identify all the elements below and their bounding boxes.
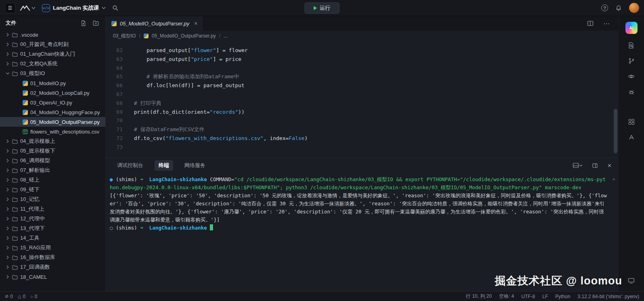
info-count[interactable]: ○0 [30,294,37,299]
line-number[interactable]: 68 [106,99,131,108]
statusbar-item[interactable]: LF [542,294,548,299]
tree-folder-item[interactable]: 13_代理下 [0,224,105,233]
line-number[interactable]: 69 [106,108,131,117]
split-editor-button[interactable] [585,19,595,28]
editor-tab[interactable]: 05_ModelIO_OutputParser.py × [106,16,203,31]
extensions-button[interactable] [627,118,636,126]
tree-folder-item[interactable]: 12_代理中 [0,214,105,224]
tree-folder-item[interactable]: 08_链上 [0,175,105,185]
error-count[interactable]: ⊘0 [5,294,13,299]
code-line[interactable]: 63 parsed_output["price"] = price [106,55,618,64]
tree-file-item[interactable]: 05_ModelIO_OutputParser.py [0,117,105,127]
code-line[interactable]: 67 [106,90,618,99]
tree-folder-item[interactable]: 14_工具 [0,233,105,243]
code-line[interactable]: 73 [106,143,618,152]
tree-file-item[interactable]: 01_ModelIO.py [0,78,105,88]
line-number[interactable]: 73 [106,143,131,152]
terminal-scroll-up[interactable]: ▲ [613,175,615,183]
problems-indicator[interactable]: ⊘0△0○0 [5,294,37,299]
tree-folder-item[interactable]: 01_LangChain快速入门 [0,49,105,59]
search-button[interactable] [111,3,120,13]
close-tab-icon[interactable]: × [194,20,197,27]
tree-folder-item[interactable]: 10_记忆 [0,194,105,204]
tree-folder-item[interactable]: 09_链下 [0,185,105,194]
panel-tab[interactable]: 终端 [155,160,173,171]
line-number[interactable]: 64 [106,64,131,73]
statusbar-item[interactable]: 3.12.2 64-bit ('shims': pyenv) [577,294,639,299]
line-number[interactable]: 72 [106,134,131,143]
statusbar: ⊘0△0○0 行 10, 列 20空格: 4UTF-8LFPython3.12.… [0,291,644,301]
product-logo[interactable] [20,5,36,11]
code-line[interactable]: 72df.to_csv("flowers_with_descriptions.c… [106,134,618,143]
remote-workspace-button[interactable] [627,276,636,285]
code-line[interactable]: 69print(df.to_dict(orient="records")) [106,108,618,117]
line-number[interactable]: 66 [106,81,131,90]
tree-folder-item[interactable]: 15_RAG应用 [0,243,105,253]
line-number[interactable]: 70 [106,116,131,125]
breadcrumb-file[interactable]: 05_ModelIO_OutputParser.py [152,33,216,39]
panel-maximize-button[interactable] [590,161,600,170]
tree-folder-item[interactable]: 06_调用模型 [0,156,105,165]
tree-folder-item[interactable]: 17_回调函数 [0,262,105,272]
statusbar-item[interactable]: UTF-8 [521,294,535,299]
tree-file-item[interactable]: 02_ModelIO_LoopCall.py [0,88,105,98]
statusbar-item[interactable]: 空格: 4 [499,293,514,300]
menu-button[interactable]: ☰ [5,3,15,13]
tree-folder-item[interactable]: 11_代理上 [0,204,105,214]
panel-close-button[interactable]: ✕ [606,161,613,170]
new-file-button[interactable] [79,19,87,27]
chevron-down-icon [102,6,106,10]
tree-folder-item[interactable]: .vscode [0,30,105,40]
code-line[interactable]: 68# 打印字典 [106,99,618,108]
project-selector[interactable]: </> LangChain 实战课 [42,4,106,12]
editor-scrollbar[interactable] [613,41,617,157]
breadcrumb-folder[interactable]: 03_模型IO [113,33,136,40]
statusbar-item[interactable]: 行 10, 列 20 [466,293,492,300]
git-branch-button[interactable] [627,57,636,65]
more-actions-button[interactable]: ⋯ [602,18,612,29]
tree-folder-item[interactable]: 16_操作数据库 [0,253,105,262]
statusbar-item[interactable]: Python [555,294,570,299]
panel-tab[interactable]: 调试控制台 [113,160,147,171]
debug-button[interactable] [627,88,636,96]
scrollbar-thumb[interactable] [614,109,617,153]
line-number[interactable]: 63 [106,55,131,64]
explorer-title: 文件 [6,19,16,27]
code-line[interactable]: 71# 保存DataFrame到CSV文件 [106,125,618,134]
code-editor[interactable]: 62 parsed_output["flower"] = flower63 pa… [106,41,618,157]
run-button[interactable]: 运行 [305,2,340,14]
line-number[interactable]: 62 [106,46,131,55]
terminal-output[interactable]: ▲ ● (shims) ➜ LangChain-shizhanke COMMAN… [106,173,618,291]
breadcrumb-more[interactable]: ... [224,33,228,39]
file-search-button[interactable] [627,41,636,50]
typography-button[interactable] [627,133,636,141]
line-number[interactable]: 71 [106,125,131,134]
tree-folder-item[interactable]: 04_提示模板上 [0,136,105,146]
tree-folder-item[interactable]: 18_CAMEL [0,272,105,282]
code-line[interactable]: 62 parsed_output["flower"] = flower [106,46,618,55]
code-line[interactable]: 65 # 将解析后的输出添加到DataFrame中 [106,72,618,81]
tree-file-item[interactable]: 03_OpenAI_IO.py [0,98,105,107]
tree-file-item[interactable]: flowers_with_descriptions.csv [0,127,105,136]
notifications-button[interactable] [614,3,623,13]
line-number[interactable]: 67 [106,90,131,99]
ai-assistant-button[interactable]: AI [625,22,638,34]
new-folder-button[interactable] [92,19,100,27]
panel-tab[interactable]: 网络服务 [180,160,209,171]
warning-count[interactable]: △0 [18,294,25,299]
code-line[interactable]: 70 [106,116,618,125]
warning-icon: △ [18,294,21,299]
tree-folder-item[interactable]: 02_文档QA系统 [0,59,105,69]
tree-folder-item[interactable]: 07_解析输出 [0,165,105,175]
code-line[interactable]: 64 [106,64,618,73]
line-number[interactable]: 65 [106,72,131,81]
preview-button[interactable] [627,72,636,81]
tree-folder-item[interactable]: 05_提示模板下 [0,146,105,156]
tree-folder-item[interactable]: 03_模型IO [0,69,105,78]
help-button[interactable]: ? [601,4,608,11]
tree-folder-item[interactable]: 00_开篇词_奇点时刻 [0,40,105,49]
tree-file-item[interactable]: 04_ModelIO_HuggingFace.py [0,107,105,117]
code-line[interactable]: 66 df.loc[len(df)] = parsed_output [106,81,618,90]
user-avatar[interactable] [629,3,639,13]
panel-layout-button[interactable] [571,161,584,170]
